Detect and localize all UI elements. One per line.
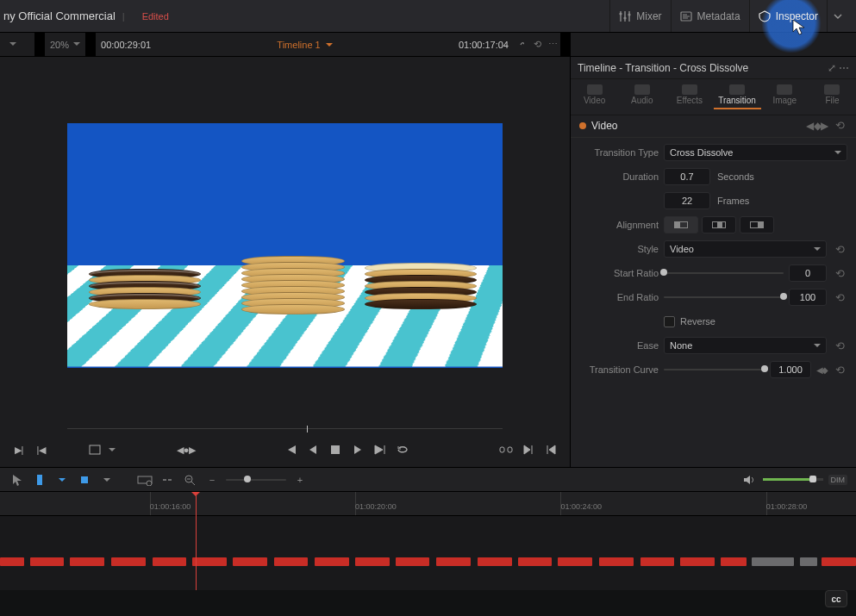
tool-snap-dropdown[interactable] [98,471,116,488]
clip[interactable] [800,557,817,566]
timeline-tracks[interactable] [0,532,856,583]
clip[interactable] [111,557,146,566]
volume-icon[interactable] [740,471,758,488]
fit-dropdown[interactable] [0,33,34,56]
tool-blade[interactable] [31,471,48,488]
ease-reset-button[interactable]: ⟲ [832,339,847,352]
start-ratio-input[interactable]: 0 [789,264,827,282]
prev-frame-button[interactable] [303,440,323,459]
loop-button[interactable] [392,440,413,459]
clip[interactable] [70,557,104,566]
cc-badge[interactable]: cc [825,590,847,607]
section-reset-button[interactable]: ⟲ [832,119,847,132]
align-start-button[interactable] [664,216,698,233]
clip[interactable] [30,557,65,566]
tool-zoom-in[interactable]: + [291,471,309,488]
transition-type-select[interactable]: Cross Dissolve [664,144,847,161]
tab-effects[interactable]: Effects [665,79,713,115]
clip[interactable] [233,557,267,566]
play-button[interactable] [347,440,368,459]
stop-button[interactable] [325,440,346,459]
end-ratio-slider[interactable] [664,296,784,299]
timeline-selector[interactable]: Timeline 1 [156,33,453,56]
clip[interactable] [822,557,856,566]
clip[interactable] [640,557,675,566]
clip[interactable] [599,557,634,566]
curve-keyframe-controls[interactable]: ◀◆ [816,365,827,375]
align-center-button[interactable] [702,216,736,233]
tab-image[interactable]: Image [761,79,809,115]
next-clip-button[interactable] [518,440,539,459]
tool-zoom-out[interactable]: − [203,471,221,488]
volume-slider[interactable] [763,478,823,481]
clip[interactable] [518,557,553,566]
tool-insert[interactable] [136,471,153,488]
clip[interactable] [274,557,309,566]
duration-seconds-input[interactable]: 0.7 [664,168,710,185]
timeline[interactable]: 01:00:16:00 01:00:20:00 01:00:24:00 01:0… [0,491,856,590]
tool-zoom-out-alt[interactable] [181,471,198,488]
tool-link[interactable] [159,471,176,488]
inspector-tabs: Video Audio Effects Transition Image Fil… [571,79,856,115]
clip[interactable] [752,557,795,566]
timeline-ruler[interactable]: 01:00:16:00 01:00:20:00 01:00:24:00 01:0… [0,492,856,516]
clip[interactable] [436,557,471,566]
loop-icon[interactable]: ⟲ [529,33,545,56]
options-icon[interactable]: ⋯ [545,33,560,56]
mark-out-button[interactable]: |◀ [31,440,52,459]
ease-select[interactable]: None [664,337,827,354]
end-ratio-input[interactable]: 100 [789,289,827,306]
clip[interactable] [315,557,349,566]
clip[interactable] [558,557,592,566]
end-ratio-reset[interactable]: ⟲ [832,291,847,304]
clip[interactable] [355,557,390,566]
viewer-scrubber[interactable] [67,426,503,432]
keyframe-controls[interactable]: ◀ ◆ ▶ [806,120,827,132]
first-frame-button[interactable] [280,440,301,459]
clip[interactable] [478,557,512,566]
clip[interactable] [192,557,227,566]
clip[interactable] [153,557,187,566]
curve-reset-button[interactable]: ⟲ [832,364,847,376]
match-frame-button[interactable]: ◀●▶ [176,440,197,459]
zoom-dropdown[interactable]: 20% [45,33,85,56]
last-frame-button[interactable] [540,440,561,459]
reverse-checkbox[interactable] [664,316,675,327]
start-ratio-slider[interactable] [664,271,784,275]
crop-mode-button[interactable] [84,440,105,459]
expand-button[interactable] [827,0,847,32]
tab-file[interactable]: File [809,79,856,115]
unlinked-button[interactable] [496,440,516,459]
timeline-zoom-slider[interactable] [226,478,286,482]
tool-snap[interactable] [76,471,93,488]
dim-button[interactable]: DIM [828,475,848,485]
tab-video[interactable]: Video [571,79,618,115]
section-header-video[interactable]: Video ◀ ◆ ▶ ⟲ [571,115,856,138]
style-select[interactable]: Video [664,240,827,258]
viewer-canvas[interactable] [67,123,503,368]
clip[interactable] [0,557,24,566]
metadata-button[interactable]: Metadata [671,0,749,32]
tool-selection[interactable] [9,471,26,488]
mark-in-button[interactable]: ▶| [9,440,29,459]
clip[interactable] [396,557,430,566]
tool-blade-dropdown[interactable] [53,471,71,488]
bypass-icon[interactable] [514,33,529,56]
style-reset-button[interactable]: ⟲ [832,243,847,256]
next-frame-button[interactable] [370,440,391,459]
start-ratio-reset[interactable]: ⟲ [832,267,847,280]
crop-dropdown[interactable] [107,440,117,459]
mixer-label: Mixer [636,10,661,22]
inspector-button[interactable]: Inspector [749,0,827,32]
timeline-playhead[interactable] [196,492,197,590]
align-end-button[interactable] [740,216,774,233]
tab-transition[interactable]: Transition [714,79,761,115]
clip[interactable] [721,557,747,566]
transition-curve-input[interactable]: 1.000 [770,361,811,378]
duration-frames-input[interactable]: 22 [664,192,710,209]
expand-panel-button[interactable]: ⤢ ⋯ [828,62,849,74]
mixer-button[interactable]: Mixer [609,0,670,32]
tab-audio[interactable]: Audio [618,79,665,115]
clip[interactable] [680,557,715,566]
transition-curve-slider[interactable] [664,368,765,371]
